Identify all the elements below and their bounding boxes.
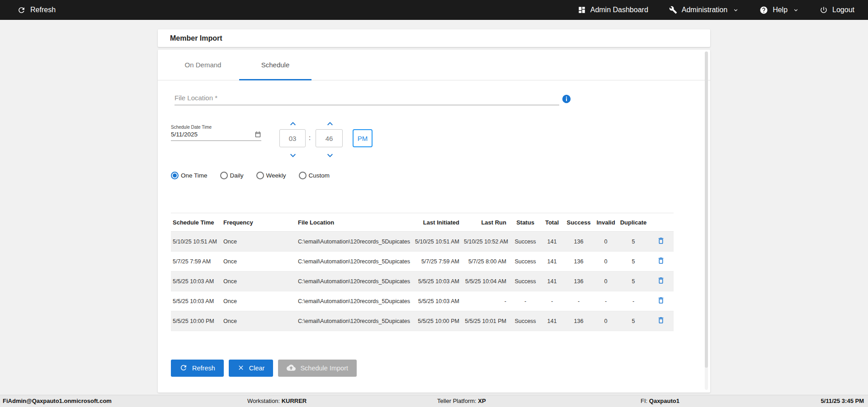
cell-frequency: Once xyxy=(222,298,296,304)
cell-invalid: 0 xyxy=(593,258,618,265)
close-icon xyxy=(237,364,245,373)
schedule-datetime-label: Schedule Date Time xyxy=(171,125,261,130)
trash-icon xyxy=(657,319,665,326)
cell-success: 136 xyxy=(564,318,593,324)
cell-success: - xyxy=(564,298,593,304)
table-body: 5/10/25 10:51 AM Once C:\email\Automatio… xyxy=(171,232,674,331)
cell-duplicate: 5 xyxy=(618,239,648,245)
page-title-bar: Member Import xyxy=(158,29,710,47)
cell-frequency: Once xyxy=(222,278,296,285)
cell-status: - xyxy=(511,298,540,304)
minute-decrement-button[interactable] xyxy=(325,150,335,161)
cell-status: Success xyxy=(511,239,540,245)
trash-icon xyxy=(657,259,665,266)
power-icon xyxy=(820,6,828,14)
delete-row-button[interactable] xyxy=(657,296,665,304)
frequency-radio-daily[interactable]: Daily xyxy=(220,172,244,179)
cell-invalid: 0 xyxy=(593,278,618,285)
trash-icon xyxy=(657,239,665,246)
file-location-field xyxy=(175,92,559,105)
cell-invalid: 0 xyxy=(593,239,618,245)
chevron-down-icon xyxy=(793,7,799,13)
cell-last-run: 5/7/25 8:00 AM xyxy=(464,258,511,265)
cell-last-initiated: 5/7/25 7:59 AM xyxy=(410,258,464,265)
admin-dashboard-label: Admin Dashboard xyxy=(590,6,648,14)
fi-label: FI: xyxy=(641,398,647,404)
cell-total: 141 xyxy=(540,258,564,265)
table-row: 5/5/25 10:03 AM Once C:\email\Automation… xyxy=(171,271,674,291)
scrollbar-thumb[interactable] xyxy=(705,51,708,368)
radio-unselected-icon xyxy=(220,172,228,179)
workstation-label: Workstation: xyxy=(247,398,280,404)
logged-in-user: FiAdmin@Qaxpauto1.onmicrosoft.com xyxy=(3,395,112,407)
meridiem-toggle[interactable]: PM xyxy=(353,129,373,147)
cell-duplicate: 5 xyxy=(618,258,648,265)
hour-increment-button[interactable] xyxy=(288,118,298,129)
cell-file-location: C:\email\Automation\120records_5Dupicate… xyxy=(296,278,410,285)
table-row: 5/7/25 7:59 AM Once C:\email\Automation\… xyxy=(171,252,674,271)
chevron-down-icon xyxy=(288,155,298,162)
info-icon xyxy=(561,98,571,105)
frequency-radio-one-time[interactable]: One Time xyxy=(171,172,208,179)
cell-frequency: Once xyxy=(222,258,296,265)
tab-on-demand[interactable]: On Demand xyxy=(167,50,239,80)
cell-total: 141 xyxy=(540,278,564,285)
hour-input[interactable] xyxy=(279,129,306,147)
cell-schedule-time: 5/5/25 10:03 AM xyxy=(171,278,222,285)
header-status: Status xyxy=(511,219,540,226)
info-button[interactable] xyxy=(561,94,571,104)
frequency-radio-weekly[interactable]: Weekly xyxy=(256,172,286,179)
cell-last-initiated: 5/5/25 10:03 AM xyxy=(410,298,464,304)
cell-duplicate: 5 xyxy=(618,318,648,324)
cell-schedule-time: 5/7/25 7:59 AM xyxy=(171,258,222,265)
delete-row-button[interactable] xyxy=(657,316,665,324)
refresh-button[interactable]: Refresh xyxy=(171,360,224,377)
cell-success: 136 xyxy=(564,278,593,285)
delete-row-button[interactable] xyxy=(657,276,665,285)
delete-row-button[interactable] xyxy=(657,237,665,245)
cell-last-run: 5/5/25 10:01 PM xyxy=(464,318,511,324)
calendar-picker-button[interactable] xyxy=(255,131,261,138)
cell-last-run: 5/10/25 10:52 AM xyxy=(464,239,511,245)
calendar-icon xyxy=(255,132,261,139)
hour-decrement-button[interactable] xyxy=(288,150,298,161)
admin-dashboard-button[interactable]: Admin Dashboard xyxy=(578,6,648,14)
cell-last-run: - xyxy=(464,298,511,304)
top-navigation-bar: Refresh Admin Dashboard Administration H… xyxy=(0,0,868,20)
scrollbar[interactable] xyxy=(705,51,708,390)
topbar-refresh-button[interactable]: Refresh xyxy=(17,6,56,14)
clear-button[interactable]: Clear xyxy=(229,360,274,377)
trash-icon xyxy=(657,279,665,286)
schedule-import-button[interactable]: Schedule Import xyxy=(278,360,357,377)
logout-button[interactable]: Logout xyxy=(820,6,854,14)
delete-row-button[interactable] xyxy=(657,257,665,265)
radio-selected-icon xyxy=(171,172,179,179)
schedule-date-input[interactable] xyxy=(171,131,239,138)
teller-platform-value: XP xyxy=(478,398,486,404)
tab-schedule[interactable]: Schedule xyxy=(239,50,311,80)
fi-info: FI: Qaxpauto1 xyxy=(641,395,679,407)
cell-success: 136 xyxy=(564,239,593,245)
refresh-icon xyxy=(179,364,188,373)
trash-icon xyxy=(657,299,665,306)
file-location-input[interactable] xyxy=(175,92,559,105)
cell-file-location: C:\email\Automation\120records_5Dupicate… xyxy=(296,298,410,304)
header-file-location: File Location xyxy=(296,219,410,226)
header-invalid: Invalid xyxy=(593,219,618,226)
cell-schedule-time: 5/10/25 10:51 AM xyxy=(171,239,222,245)
cell-schedule-time: 5/5/25 10:03 AM xyxy=(171,298,222,304)
chevron-down-icon xyxy=(733,7,739,13)
administration-label: Administration xyxy=(682,6,727,14)
administration-menu[interactable]: Administration xyxy=(669,6,739,14)
topbar-refresh-label: Refresh xyxy=(30,6,56,14)
frequency-radio-custom[interactable]: Custom xyxy=(299,172,330,179)
member-import-card: On Demand Schedule Schedule Date Time xyxy=(158,50,710,393)
cell-status: Success xyxy=(511,318,540,324)
minute-input[interactable] xyxy=(316,129,343,147)
header-duplicate: Duplicate xyxy=(618,219,648,226)
minute-increment-button[interactable] xyxy=(325,118,335,129)
cell-status: Success xyxy=(511,278,540,285)
logout-label: Logout xyxy=(832,6,854,14)
cell-last-initiated: 5/5/25 10:00 PM xyxy=(410,318,464,324)
help-menu[interactable]: Help xyxy=(760,6,799,14)
